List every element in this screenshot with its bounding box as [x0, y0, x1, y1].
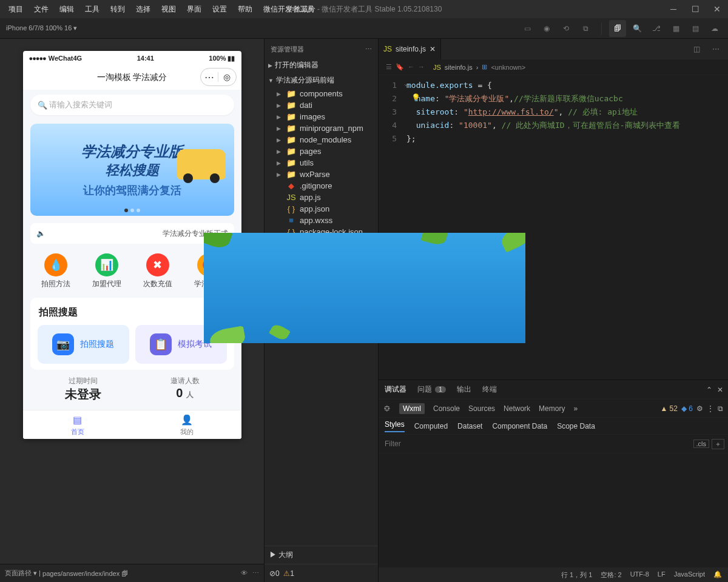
file-dati[interactable]: ▶📁dati — [265, 99, 378, 111]
file-icon: 📁 — [286, 124, 296, 133]
search-input[interactable]: 🔍 请输入搜索关键词 — [30, 95, 234, 115]
language[interactable]: JavaScript — [674, 570, 705, 580]
bell-icon[interactable]: 🔔 — [713, 570, 722, 580]
detach-icon[interactable]: ⧉ — [577, 20, 594, 37]
photo-search-button[interactable]: 📷 拍照搜题 — [38, 325, 129, 364]
file-utils[interactable]: ▶📁utils — [265, 157, 378, 169]
file-components[interactable]: ▶📁components — [265, 88, 378, 99]
capsule-more-icon[interactable]: ⋯ — [201, 72, 218, 83]
grid-item[interactable]: 💧拍照方法 — [41, 253, 70, 289]
project-root[interactable]: ▼学法减分源码前端 — [265, 73, 378, 88]
tab-wxml[interactable]: Wxml — [399, 403, 425, 414]
file-miniprogram_npm[interactable]: ▶📁miniprogram_npm — [265, 122, 378, 134]
explorer-icon[interactable]: 🗐 — [609, 20, 626, 37]
file-images[interactable]: ▶📁images — [265, 111, 378, 122]
grid-icon[interactable]: ▦ — [667, 20, 684, 37]
lightbulb-icon[interactable]: 💡 — [411, 93, 420, 102]
list-icon[interactable]: ☰ — [386, 63, 392, 71]
cursor-pos[interactable]: 行 1，列 1 — [561, 570, 592, 580]
forward-icon[interactable]: → — [418, 63, 425, 71]
file-wxParse[interactable]: ▶📁wxParse — [265, 169, 378, 180]
outline-section[interactable]: ▶ 大纲 — [265, 546, 378, 564]
tab-console[interactable]: Console — [433, 404, 460, 413]
tab-memory[interactable]: Memory — [539, 404, 565, 413]
file-pages[interactable]: ▶📁pages — [265, 146, 378, 157]
devtools-subtabs: ⯐ Wxml Console Sources Network Memory » … — [379, 400, 728, 418]
menu-设置[interactable]: 设置 — [207, 2, 232, 17]
open-editors-section[interactable]: ▶打开的编辑器 — [265, 58, 378, 73]
device-selector[interactable]: iPhone 6/7/8 100% 16 ▾ — [0, 24, 83, 32]
tab-styles[interactable]: Styles — [385, 420, 405, 432]
git-icon[interactable]: ⎇ — [648, 20, 665, 37]
search-icon[interactable]: 🔍 — [629, 20, 645, 37]
grid-item[interactable]: 📊加盟代理 — [92, 253, 121, 289]
tab-computed[interactable]: Computed — [414, 422, 448, 430]
phone-icon[interactable]: ▭ — [519, 20, 536, 37]
panel-icon[interactable]: ▤ — [687, 20, 704, 37]
eye-icon[interactable]: 👁 — [241, 569, 248, 577]
editor-tab-siteinfo[interactable]: JS siteinfo.js ✕ — [379, 39, 441, 59]
kebab-icon[interactable]: ⋮ — [707, 404, 714, 413]
grid-item[interactable]: ✖次数充值 — [143, 253, 172, 289]
tab-terminal[interactable]: 终端 — [481, 382, 498, 397]
menu-界面[interactable]: 界面 — [182, 2, 206, 17]
more-tabs-icon[interactable]: » — [573, 404, 578, 413]
file-app.wxss[interactable]: ≡app.wxss — [265, 215, 378, 226]
file-icon: ◆ — [286, 181, 296, 190]
menu-文件[interactable]: 文件 — [29, 2, 53, 17]
cloud-icon[interactable]: ☁ — [706, 20, 723, 37]
split-editor-icon[interactable]: ◫ — [688, 41, 705, 58]
tab-component-data[interactable]: Component Data — [492, 422, 547, 430]
tab-me[interactable]: 👤我的 — [180, 413, 194, 436]
explorer-more-icon[interactable]: ⋯ — [365, 45, 372, 53]
capsule-button[interactable]: ⋯ ◎ — [200, 68, 237, 86]
breadcrumb[interactable]: ☰🔖←→ JS siteinfo.js › ⊞ <unknown> — [379, 59, 728, 75]
file-app.js[interactable]: JSapp.js — [265, 192, 378, 203]
close-panel-icon[interactable]: ✕ — [717, 386, 723, 394]
menu-视图[interactable]: 视图 — [157, 2, 181, 17]
fold-icon[interactable]: ⌄ — [404, 80, 408, 87]
menu-编辑[interactable]: 编辑 — [55, 2, 79, 17]
editor-more-icon[interactable]: ⋯ — [707, 41, 724, 58]
tab-output[interactable]: 输出 — [456, 382, 473, 397]
close-tab-icon[interactable]: ✕ — [430, 45, 436, 53]
more-icon[interactable]: ⋯ — [252, 569, 259, 577]
eol[interactable]: LF — [658, 570, 666, 580]
capsule-close-icon[interactable]: ◎ — [218, 72, 236, 82]
tab-debugger[interactable]: 调试器 — [383, 382, 408, 397]
tab-scope-data[interactable]: Scope Data — [557, 422, 595, 430]
tab-sources[interactable]: Sources — [468, 404, 495, 413]
tab-problems[interactable]: 问题 1 — [416, 382, 447, 397]
file-app.json[interactable]: { }app.json — [265, 203, 378, 215]
collapse-icon[interactable]: ⌃ — [706, 386, 712, 394]
minimize-button[interactable]: ─ — [662, 0, 684, 18]
bookmark-icon[interactable]: 🔖 — [396, 63, 404, 71]
filter-input[interactable] — [382, 437, 691, 450]
indent[interactable]: 空格: 2 — [601, 570, 621, 580]
menu-帮助[interactable]: 帮助 — [233, 2, 257, 17]
maximize-button[interactable]: ☐ — [684, 0, 706, 18]
banner[interactable]: 学法减分专业版 轻松搜题 让你的驾照满分复活 — [30, 124, 234, 216]
menu-选择[interactable]: 选择 — [131, 2, 155, 17]
tab-home[interactable]: ▤首页 — [71, 413, 84, 436]
gear-icon[interactable]: ⚙ — [696, 404, 703, 413]
grid-icon: 📊 — [95, 253, 118, 276]
menu-转到[interactable]: 转到 — [106, 2, 130, 17]
close-button[interactable]: ✕ — [706, 0, 728, 18]
cls-toggle[interactable]: .cls — [693, 440, 710, 448]
encoding[interactable]: UTF-8 — [630, 570, 649, 580]
file-.gitignore[interactable]: ◆.gitignore — [265, 180, 378, 192]
page-path[interactable]: pages/answer/index/index — [42, 570, 120, 577]
file-node_modules[interactable]: ▶📁node_modules — [265, 134, 378, 146]
menu-工具[interactable]: 工具 — [80, 2, 104, 17]
inspect-icon[interactable]: ⯐ — [383, 404, 391, 413]
menu-项目[interactable]: 项目 — [4, 2, 28, 17]
back-icon[interactable]: ← — [408, 63, 414, 71]
tab-dataset[interactable]: Dataset — [457, 422, 482, 430]
dock-icon[interactable]: ⧉ — [718, 404, 723, 413]
record-icon[interactable]: ◉ — [538, 20, 555, 37]
add-style-icon[interactable]: ＋ — [712, 439, 724, 449]
mute-icon[interactable]: ⟲ — [558, 20, 575, 37]
tab-network[interactable]: Network — [504, 404, 530, 413]
problems-footer[interactable]: ⊘ 0 ⚠ 1 — [265, 564, 378, 582]
